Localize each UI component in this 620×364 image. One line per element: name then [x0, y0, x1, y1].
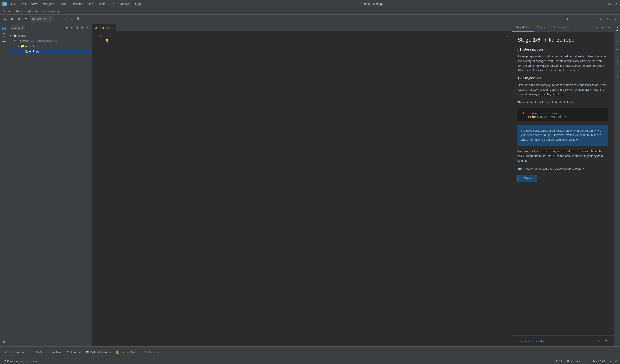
tree-item-main-py[interactable]: 🐍 main.py	[8, 49, 92, 54]
services-label: Services	[148, 351, 158, 354]
breadcrumb-item-3[interactable]: repository	[35, 10, 47, 13]
status-encoding[interactable]: UTF-8	[566, 360, 573, 363]
panel-close-icon[interactable]: ×	[85, 25, 90, 30]
git-checkmark-green[interactable]: ✓	[570, 16, 576, 22]
menu-item-view[interactable]: View	[29, 1, 40, 6]
menu-item-git[interactable]: Git	[108, 1, 116, 6]
tree-item-gitman-root[interactable]: ▼ 📁 Gitman	[8, 33, 92, 38]
menu-item-edit[interactable]: Edit	[19, 1, 28, 6]
menu-item-window[interactable]: Window	[117, 1, 132, 6]
panel-dropdown[interactable]: Course ▾	[10, 25, 25, 30]
menu-item-run[interactable]: Run	[86, 1, 95, 6]
panel-settings-icon[interactable]: ⚙	[80, 25, 85, 30]
tree-arrow-root: ▼	[9, 34, 12, 37]
git-arrow-up[interactable]: ↑	[584, 16, 590, 22]
right-panel-tabs: Description Topics Submissions ← → ⚙ ≡	[512, 23, 614, 32]
bottom-tool-python-packages[interactable]: 📦Python Packages	[83, 348, 113, 356]
tip-text: Tip: If you want to start over, delete t…	[517, 167, 608, 171]
forward-button[interactable]: →	[62, 16, 68, 22]
menu-item-refactor[interactable]: Refactor	[70, 1, 85, 6]
right-next-icon[interactable]: →	[594, 25, 600, 30]
tree-item-gitman-module[interactable]: ▼ ⊞ Gitman 1 of 6 stages completed	[8, 38, 92, 43]
run-button[interactable]: ▶	[2, 16, 8, 22]
status-indent[interactable]: 4 spaces	[577, 360, 586, 363]
run-config-dropdown[interactable]: Current File ▾	[30, 16, 51, 22]
status-crlf[interactable]: CRLF	[556, 360, 563, 363]
right-collapse-icon[interactable]: ≡	[607, 25, 612, 30]
git-checkmark-blue[interactable]: ✓	[577, 16, 583, 22]
tip-command-text: You can use the git config --global init…	[517, 149, 608, 163]
tab-topics[interactable]: Topics	[534, 23, 549, 32]
panel-sort-icon[interactable]: ⇅	[75, 25, 79, 30]
profile-button[interactable]: ⚙	[16, 16, 22, 22]
right-settings-icon[interactable]: ⚙	[601, 25, 606, 30]
debug-button[interactable]: ⚙	[9, 16, 15, 22]
sidebar-icon-bookmarks[interactable]	[1, 32, 7, 38]
menu-item-navigate[interactable]: Navigate	[41, 1, 56, 6]
sidebar-icon-structure[interactable]	[1, 339, 7, 345]
sidebar-icon-project[interactable]	[1, 25, 7, 31]
bottom-tool-run[interactable]: ▶Run	[15, 348, 28, 356]
coverage-button[interactable]: ☂	[23, 16, 29, 22]
far-tab-task[interactable]: Task	[615, 23, 620, 34]
search-button[interactable]: 🔍	[76, 16, 82, 22]
tab-submissions[interactable]: Submissions	[549, 23, 572, 32]
back-button[interactable]: ←	[54, 16, 61, 22]
stage-title: Stage 1/6: Initialize repo	[517, 36, 608, 43]
maximize-button[interactable]: □	[608, 2, 611, 6]
panel-locate-icon[interactable]: ⊕	[64, 25, 69, 30]
close-button[interactable]: ×	[615, 2, 618, 6]
power-button[interactable]: ⏻	[605, 16, 611, 22]
tree-label-repository: repository	[25, 45, 38, 48]
editor-content[interactable]: 1 💡 ✓	[92, 31, 512, 346]
color-button[interactable]: ●	[612, 16, 618, 22]
breadcrumb-item-4[interactable]: main.py	[50, 10, 60, 13]
editor-more-icon[interactable]: ⋮	[506, 25, 512, 31]
panel-collapse-icon[interactable]: ≡	[69, 25, 74, 30]
far-tab-notifications[interactable]: Notifications	[615, 34, 620, 52]
menu-item-help[interactable]: Help	[133, 1, 143, 6]
tree-item-repository[interactable]: ▼ 📁 repository	[8, 43, 92, 49]
menu-item-tools[interactable]: Tools	[96, 1, 107, 6]
git-branch-icon: ⎇	[3, 360, 6, 363]
menu-item-file[interactable]: File	[9, 1, 18, 6]
bottom-tool-terminal[interactable]: ⊞Terminal	[65, 348, 83, 356]
tab-close-icon[interactable]: ×	[112, 27, 113, 29]
breadcrumb-sep-0: ›	[13, 10, 14, 13]
bottom-tool-todo[interactable]: ☰TODO	[28, 348, 44, 356]
footer-menu-icon[interactable]: ⊟	[603, 338, 608, 344]
bottom-tool-services[interactable]: ⚙Services	[142, 348, 161, 356]
bottom-tool-problems[interactable]: ⚠Problems	[45, 348, 64, 356]
breadcrumb-item-2[interactable]: task	[27, 10, 32, 13]
undo-button[interactable]: ↩	[598, 16, 604, 22]
breadcrumb-item-0[interactable]: Gitman	[3, 10, 11, 13]
check-button[interactable]: Check	[517, 175, 537, 182]
editor-tab-main-py[interactable]: 🐍 main.py ×	[92, 24, 116, 31]
far-tab-sciview[interactable]: SciView	[615, 68, 620, 82]
title-bar: 🐍 FileEditViewNavigateCodeRefactorRunToo…	[0, 0, 620, 8]
tab-description[interactable]: Description	[512, 23, 534, 32]
hyperskill-link[interactable]: Open on Hyperskill ↗	[517, 339, 545, 343]
section-objectives-after: The content of the file should be the fo…	[517, 100, 608, 105]
lightbulb-icon[interactable]: 💡	[105, 39, 109, 43]
far-tab-database[interactable]: Database	[615, 52, 620, 68]
bottom-tool-python-console[interactable]: 🐍Python Console	[114, 348, 142, 356]
check-mark-icon: ✓	[506, 34, 508, 38]
code-area[interactable]: 💡 ✓	[103, 31, 512, 346]
right-prev-icon[interactable]: ←	[588, 25, 593, 30]
bottom-tool-git[interactable]: ⎇Git	[2, 348, 14, 356]
git-clock[interactable]: ⏱	[591, 16, 597, 22]
breadcrumb-item-1[interactable]: Gitman	[15, 10, 23, 13]
settings-button[interactable]: ⚙	[69, 16, 75, 22]
panel-dropdown-icon: ▾	[22, 26, 23, 29]
status-warning-icon[interactable]: ⚠	[615, 360, 617, 363]
menu-item-code[interactable]: Code	[57, 1, 69, 6]
git-label: Git	[9, 351, 12, 354]
svg-point-4	[3, 41, 5, 42]
minimize-button[interactable]: −	[601, 2, 604, 6]
sidebar-icon-commit[interactable]	[1, 39, 7, 45]
tab-label: main.py	[100, 26, 110, 30]
status-python[interactable]: Python 3.9 (Gitman)	[590, 360, 612, 363]
problems-label: Problems	[51, 351, 62, 354]
footer-undo-icon[interactable]: ↩	[596, 338, 601, 344]
